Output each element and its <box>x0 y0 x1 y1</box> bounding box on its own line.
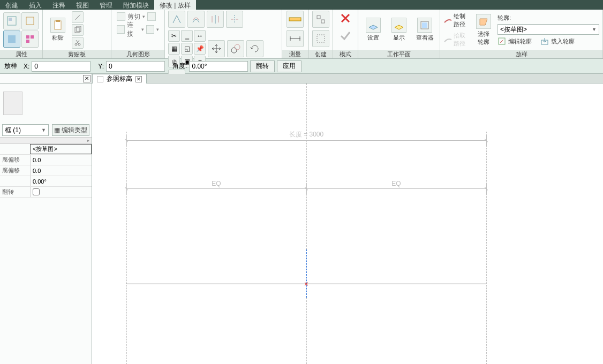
drawing-canvas[interactable]: 长度 = 3000 EQ EQ <box>92 84 603 364</box>
prop-row-flip-check[interactable] <box>30 187 92 197</box>
edit-profile-button[interactable]: 编辑轮廓 <box>498 37 532 46</box>
extend-button[interactable]: ↔ <box>194 30 206 42</box>
panel-title-create: 创建 <box>309 50 333 58</box>
ref-plane-vertical-2 <box>306 298 307 364</box>
dim-tick-icon <box>124 138 129 142</box>
properties-palette-button[interactable] <box>3 12 20 29</box>
type-properties-button[interactable] <box>21 12 39 29</box>
tab-view[interactable]: 视图 <box>71 0 94 10</box>
create-group-button[interactable] <box>312 11 329 28</box>
create-similar-button[interactable] <box>312 30 329 47</box>
svg-point-13 <box>231 48 237 53</box>
ref-plane-vertical <box>306 84 307 249</box>
profile-label: 轮廓: <box>498 14 511 22</box>
tab-insert[interactable]: 插入 <box>24 0 47 10</box>
flip-button[interactable]: 翻转 <box>250 60 275 72</box>
properties-grid: <按草图> 腐偏移0.0 腐偏移0.0 0.00° 翻转 <box>0 143 92 198</box>
tab-create[interactable]: 创建 <box>0 0 24 10</box>
prop-row-offset1-value[interactable]: 0.0 <box>30 155 92 165</box>
x-input[interactable] <box>32 61 91 72</box>
svg-rect-3 <box>8 35 16 43</box>
dim-length-text[interactable]: 长度 = 3000 <box>289 130 323 139</box>
prop-row-offset2-label: 腐偏移 <box>0 165 30 176</box>
prop-row-angle-value[interactable]: 0.00° <box>30 176 92 186</box>
panel-title-measure: 测量 <box>282 50 308 58</box>
mirror-axis-button[interactable] <box>207 11 224 28</box>
x-label: X: <box>24 63 29 70</box>
panel-title-geometry: 几何图形 <box>111 50 164 58</box>
panel-title-sweep: 放样 <box>440 50 602 58</box>
tab-annotate[interactable]: 注释 <box>47 0 71 10</box>
copy-button[interactable] <box>227 40 244 57</box>
y-input[interactable] <box>106 61 165 72</box>
mirror-draw-button[interactable] <box>226 11 243 28</box>
svg-rect-15 <box>289 18 301 21</box>
load-profile-button[interactable]: 载入轮廓 <box>540 37 575 46</box>
split-button[interactable]: ✂ <box>168 30 180 42</box>
svg-rect-18 <box>317 35 325 42</box>
cut-clipboard-button[interactable] <box>72 37 84 49</box>
ref-plane-right <box>486 132 487 364</box>
rotate-button[interactable] <box>246 40 263 57</box>
panel-title-mode: 模式 <box>333 50 358 58</box>
tab-modify-sweep[interactable]: 修改 | 放样 <box>154 0 196 10</box>
svg-rect-20 <box>422 22 427 28</box>
panel-title-workplane: 工作平面 <box>358 50 440 58</box>
profile-dropdown[interactable]: <按草图>▼ <box>498 24 599 35</box>
type-selector-combo[interactable]: 框 (1)▼ <box>2 124 49 136</box>
trim-button[interactable]: ⎯ <box>181 30 193 42</box>
properties-close-button[interactable]: ✕ <box>83 75 91 82</box>
offset-button[interactable] <box>187 11 205 28</box>
svg-rect-6 <box>26 40 29 43</box>
pick-path-button[interactable]: 拾取路径 <box>443 32 470 48</box>
view-tab-ref-level[interactable]: 参照标高 ✕ <box>92 74 147 84</box>
angle-input[interactable] <box>189 61 248 72</box>
svg-rect-1 <box>9 18 12 21</box>
copy-clipboard-button[interactable] <box>72 24 84 36</box>
tab-addins[interactable]: 附加模块 <box>118 0 154 10</box>
array-button[interactable]: ▦ <box>168 43 180 55</box>
view-tab-close-button[interactable]: ✕ <box>135 76 142 82</box>
pin-button[interactable]: 📌 <box>194 43 206 55</box>
match-properties-button[interactable] <box>72 11 84 23</box>
svg-point-14 <box>235 44 240 50</box>
dimension-button[interactable] <box>287 30 304 47</box>
apply-button[interactable]: 应用 <box>277 60 302 72</box>
dim-tick-icon <box>124 186 129 191</box>
svg-rect-5 <box>31 35 34 39</box>
join-geometry-label: 连接 <box>127 20 139 39</box>
prop-row-offset2-value[interactable]: 0.0 <box>30 165 92 176</box>
floorplan-icon <box>97 76 103 82</box>
svg-rect-17 <box>321 20 325 23</box>
properties-palette: ✕ 框 (1)▼ ▦编辑类型 ▸ <按草图> 腐偏移0.0 腐偏移0.0 0.0… <box>0 74 92 364</box>
type-preview-thumbnail <box>3 92 22 115</box>
prop-row-flip-label: 翻转 <box>0 187 30 197</box>
cancel-mode-button[interactable] <box>338 11 353 26</box>
draw-path-button[interactable]: 绘制路径 <box>443 12 470 28</box>
align-button[interactable] <box>168 11 185 28</box>
tab-manage[interactable]: 管理 <box>94 0 118 10</box>
finish-mode-button[interactable] <box>338 28 353 43</box>
measure-button[interactable] <box>287 11 304 28</box>
dim-tick-icon <box>484 186 488 191</box>
join-geometry-button[interactable]: 连接▾▾ <box>115 24 161 35</box>
prop-row-offset1-label: 腐偏移 <box>0 155 30 165</box>
family-types-button[interactable] <box>3 31 20 48</box>
dim-eq-text-left[interactable]: EQ <box>212 180 221 187</box>
dim-tick-icon <box>304 186 308 191</box>
prop-row-profile[interactable]: <按草图> <box>30 144 92 154</box>
set-workplane-button[interactable]: 设置 <box>361 18 385 42</box>
show-workplane-button[interactable]: 显示 <box>387 18 411 42</box>
move-button[interactable] <box>208 40 225 57</box>
edit-type-button[interactable]: ▦编辑类型 <box>52 124 89 136</box>
properties-small-button[interactable] <box>21 31 39 48</box>
paste-button[interactable]: 粘贴 <box>46 18 70 42</box>
scale-button[interactable]: ◱ <box>181 43 193 55</box>
svg-rect-8 <box>56 20 60 22</box>
svg-rect-4 <box>26 35 29 39</box>
select-profile-button[interactable]: 选择 轮廓 <box>476 14 492 46</box>
svg-rect-2 <box>26 17 34 25</box>
dim-eq-text-right[interactable]: EQ <box>391 180 401 187</box>
workplane-viewer-button[interactable]: 查看器 <box>413 18 436 42</box>
origin-marker-icon <box>304 282 308 286</box>
